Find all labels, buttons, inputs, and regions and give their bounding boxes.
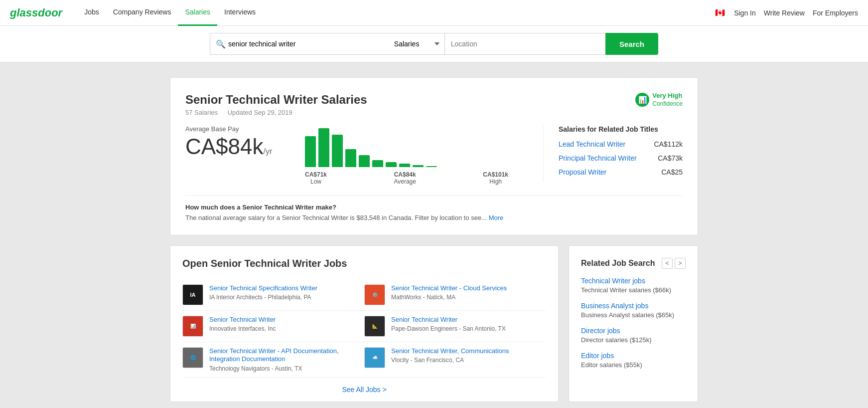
related-search-sub-1: Business Analyst salaries ($65k) (581, 311, 674, 319)
related-job-1-salary: CA$73k (658, 154, 683, 162)
job-title-2[interactable]: Senior Technical Writer (209, 316, 276, 324)
logo[interactable]: glassdoor (10, 6, 62, 19)
main-content: 📊 Very High Confidence Senior Technical … (160, 77, 708, 402)
job-location-5: - San Francisco, CA (411, 357, 464, 364)
chart-low: CA$71k Low (305, 171, 327, 185)
search-input[interactable] (210, 33, 388, 55)
write-review-link[interactable]: Write Review (764, 9, 805, 17)
prev-arrow[interactable]: < (662, 258, 673, 269)
avg-base-pay-value: CA$84k/yr (185, 136, 285, 158)
bar-6 (372, 160, 383, 167)
job-logo-icon-4: 🌐 (190, 355, 196, 360)
chart-avg-amount: CA$84k (394, 171, 416, 178)
related-search-item-0: Technical Writer jobs Technical Writer s… (581, 277, 686, 294)
job-title-3[interactable]: Senior Technical Writer (391, 316, 506, 324)
confidence-level: Very High (652, 92, 683, 100)
salary-card-title: Senior Technical Writer Salaries (185, 93, 683, 107)
search-section: 🔍 Salaries Jobs Companies Reviews Search (0, 26, 868, 62)
bar-5 (359, 155, 370, 167)
related-salaries-title: Salaries for Related Job Titles (559, 125, 683, 133)
nav-arrows: < > (662, 258, 686, 269)
bar-chart-section: CA$71k Low CA$84k Average CA$101k High (305, 127, 508, 185)
salary-card: 📊 Very High Confidence Senior Technical … (170, 77, 698, 235)
next-arrow[interactable]: > (675, 258, 686, 269)
bar-1 (305, 136, 316, 167)
job-logo-0: IA (182, 284, 203, 305)
job-logo-icon-1: ⚙️ (372, 292, 378, 297)
job-company-0: IA Interior Architects - Philadelphia, P… (209, 294, 317, 301)
bar-3 (332, 135, 343, 167)
confidence-text: Very High Confidence (652, 92, 683, 108)
job-logo-icon-3: 📐 (372, 324, 378, 329)
nav-interviews[interactable]: Interviews (217, 0, 263, 26)
related-salaries: Salaries for Related Job Titles Lead Tec… (543, 125, 683, 182)
bottom-section: Open Senior Technical Writer Jobs IA Sen… (170, 245, 698, 403)
location-input[interactable] (444, 33, 605, 55)
jobs-grid: IA Senior Technical Specifications Write… (182, 279, 546, 378)
related-job-2-salary: CA$25 (661, 168, 683, 176)
job-logo-2: 📊 (182, 316, 203, 337)
related-item-1: Principal Technical Writer CA$73k (559, 154, 683, 162)
search-button[interactable]: Search (605, 33, 658, 55)
job-title-4[interactable]: Senior Technical Writer - API Documentat… (209, 347, 364, 364)
job-item-2: 📊 Senior Technical Writer Innovative Int… (182, 311, 364, 342)
job-logo-5: ☁️ (364, 347, 385, 368)
chart-high-label: High (483, 178, 508, 185)
job-logo-3: 📐 (364, 316, 385, 337)
for-employers-link[interactable]: For Employers (813, 9, 858, 17)
related-item-2: Proposal Writer CA$25 (559, 168, 683, 176)
job-logo-icon-5: ☁️ (372, 355, 378, 360)
search-type-select[interactable]: Salaries Jobs Companies Reviews (388, 33, 444, 55)
related-search-link-1[interactable]: Business Analyst jobs (581, 302, 686, 310)
job-location-0: - Philadelphia, PA (264, 294, 311, 301)
chart-avg: CA$84k Average (394, 171, 416, 185)
chart-high: CA$101k High (483, 171, 508, 185)
related-search-link-2[interactable]: Director jobs (581, 327, 686, 335)
bar-chart (305, 127, 508, 167)
related-job-2-title[interactable]: Proposal Writer (559, 168, 606, 176)
job-location-4: - Austin, TX (272, 365, 302, 372)
more-link[interactable]: More (489, 214, 504, 221)
related-search-title: Related Job Search (581, 259, 655, 268)
sign-in-link[interactable]: Sign In (734, 9, 756, 17)
job-company-name-3: Pape-Dawson Engineers (391, 325, 457, 332)
bar-4 (345, 149, 356, 167)
job-info-4: Senior Technical Writer - API Documentat… (209, 347, 364, 373)
job-title-5[interactable]: Senior Technical Writer, Communications (391, 347, 509, 356)
nav-salaries[interactable]: Salaries (178, 0, 217, 26)
bar-9 (413, 165, 424, 167)
related-search-sub-2: Director salaries ($125k) (581, 336, 652, 344)
salary-left: Average Base Pay CA$84k/yr (185, 125, 285, 158)
chart-high-amount: CA$101k (483, 171, 508, 178)
related-search-item-1: Business Analyst jobs Business Analyst s… (581, 302, 686, 319)
search-bar: 🔍 Salaries Jobs Companies Reviews Search (210, 33, 658, 55)
job-location-3: - San Antonio, TX (459, 325, 506, 332)
related-search-sub-0: Technical Writer salaries ($66k) (581, 286, 671, 294)
job-title-1[interactable]: Senior Technical Writer - Cloud Services (391, 284, 507, 293)
see-all-jobs[interactable]: See All Jobs > (182, 386, 546, 394)
nav-jobs[interactable]: Jobs (77, 0, 106, 26)
job-info-2: Senior Technical Writer Innovative Inter… (209, 316, 276, 333)
related-search-link-0[interactable]: Technical Writer jobs (581, 277, 686, 285)
job-title-0[interactable]: Senior Technical Specifications Writer (209, 284, 317, 293)
related-search-link-3[interactable]: Editor jobs (581, 352, 686, 360)
job-company-name-1: MathWorks (391, 294, 421, 301)
job-company-name-5: Vlocity (391, 357, 409, 364)
bar-2 (318, 128, 329, 167)
related-job-1-title[interactable]: Principal Technical Writer (559, 154, 637, 162)
salary-meta: 57 Salaries Updated Sep 29, 2019 (185, 109, 683, 116)
confidence-sublabel: Confidence (652, 100, 683, 108)
canada-flag-icon: 🇨🇦 (714, 9, 726, 17)
related-search-card: Related Job Search < > Technical Writer … (569, 245, 698, 403)
main-nav: Jobs Company Reviews Salaries Interviews (77, 0, 263, 26)
avg-base-pay-label: Average Base Pay (185, 125, 285, 133)
job-company-4: Technology Navigators - Austin, TX (209, 365, 364, 372)
related-job-0-title[interactable]: Lead Technical Writer (559, 140, 625, 148)
bar-7 (386, 162, 397, 167)
job-location-1: - Natick, MA (423, 294, 455, 301)
job-logo-1: ⚙️ (364, 284, 385, 305)
nav-company-reviews[interactable]: Company Reviews (106, 0, 178, 26)
bar-chart-labels: CA$71k Low CA$84k Average CA$101k High (305, 171, 508, 185)
job-company-name-0: IA Interior Architects (209, 294, 263, 301)
related-search-header: Related Job Search < > (581, 258, 686, 269)
